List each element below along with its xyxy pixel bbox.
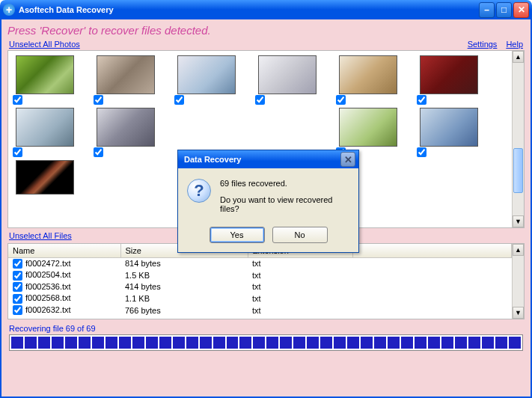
help-link[interactable]: Help [506,40,523,49]
no-button[interactable]: No [272,227,328,243]
photo-checkbox[interactable] [336,95,346,105]
table-row[interactable]: f0002472.txt814 bytestxt [8,257,512,269]
dialog-close-button[interactable]: ✕ [340,152,355,167]
question-icon: ? [187,179,211,203]
app-title: Asoftech Data Recovery [19,5,479,14]
column-header-name[interactable]: Name [8,244,120,257]
close-button[interactable]: ✕ [513,2,529,18]
unselect-all-files-link[interactable]: Unselect All Files [9,231,72,240]
table-row[interactable]: f0002504.txt1.5 KBtxt [8,269,512,281]
scroll-up-icon[interactable]: ▲ [513,244,524,256]
files-panel: Name Size Extension f0002472.txt814 byte… [7,243,525,319]
photo-thumbnail[interactable] [339,108,397,147]
photo-thumbnail[interactable] [177,55,236,94]
photo-thumbnail[interactable] [16,55,74,94]
photo-checkbox[interactable] [94,95,103,105]
photo-thumbnail[interactable] [258,55,317,94]
photo-thumbnail[interactable] [420,55,478,94]
photo-thumbnail[interactable] [339,55,397,94]
instruction-text: Press 'Recover' to recover files detecte… [4,22,528,40]
file-checkbox[interactable] [13,271,22,281]
photo-checkbox[interactable] [94,147,103,157]
scroll-thumb[interactable] [513,148,523,193]
dialog-message-2: Do you want to view recovered files? [220,195,349,213]
yes-button[interactable]: Yes [210,227,265,243]
maximize-button[interactable]: □ [496,2,512,18]
settings-link[interactable]: Settings [468,40,498,49]
photo-checkbox[interactable] [417,95,426,105]
app-icon: + [3,4,15,16]
photo-thumbnail[interactable] [420,108,478,147]
photo-checkbox[interactable] [13,95,22,105]
unselect-all-photos-link[interactable]: Unselect All Photos [9,40,80,49]
minimize-button[interactable]: – [479,2,495,18]
photo-checkbox[interactable] [255,95,265,105]
file-checkbox[interactable] [13,259,22,269]
photo-checkbox[interactable] [417,147,426,157]
file-checkbox[interactable] [13,305,22,315]
dialog-title: Data Recovery [181,155,340,164]
scroll-down-icon[interactable]: ▼ [513,307,524,319]
table-row[interactable]: f0002632.txt766 bytestxt [8,304,512,316]
photo-thumbnail[interactable] [97,108,155,147]
column-header-empty[interactable] [352,244,512,257]
recovery-dialog: Data Recovery ✕ ? 69 files recovered. Do… [177,150,359,253]
table-row[interactable]: f0002536.txt414 bytestxt [8,281,512,293]
table-row[interactable]: f0002568.txt1.1 KBtxt [8,293,512,304]
file-checkbox[interactable] [13,282,22,292]
dialog-titlebar: Data Recovery ✕ [178,150,358,168]
file-checkbox[interactable] [13,294,22,304]
photo-thumbnail[interactable] [97,55,155,94]
scroll-up-icon[interactable]: ▲ [513,51,524,63]
titlebar: + Asoftech Data Recovery – □ ✕ [0,0,532,19]
progress-bar [9,334,523,351]
photo-thumbnail[interactable] [16,160,74,195]
scroll-down-icon[interactable]: ▼ [513,215,524,227]
files-table: Name Size Extension f0002472.txt814 byte… [8,244,512,316]
dialog-message-1: 69 files recovered. [220,179,349,188]
photos-scrollbar[interactable]: ▲ ▼ [512,51,524,227]
photo-checkbox[interactable] [13,147,22,157]
photo-thumbnail[interactable] [16,108,74,147]
files-scrollbar[interactable]: ▲ ▼ [512,244,524,319]
photo-checkbox[interactable] [174,95,184,105]
progress-label: Recovering file 69 of 69 [4,319,528,334]
